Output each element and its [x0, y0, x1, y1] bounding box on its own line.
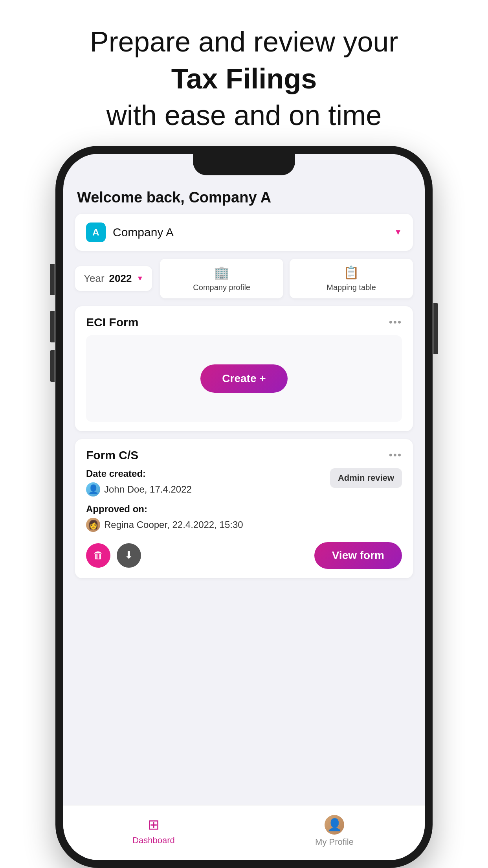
approved-left: Approved on: 👩 Regina Cooper, 22.4.2022,…: [86, 504, 402, 532]
create-button[interactable]: Create +: [200, 364, 287, 393]
nav-dashboard[interactable]: ⊞ Dashboard: [63, 817, 244, 846]
phone-frame: Welcome back, Company A A Company A ▼ Ye…: [55, 146, 433, 868]
action-buttons: 🏢 Company profile 📋 Mapping table: [160, 259, 413, 298]
company-profile-icon: 🏢: [214, 265, 229, 280]
date-created-left: Date created: 👤 John Doe, 17.4.2022: [86, 468, 330, 497]
year-actions-row: Year 2022 ▼ 🏢 Company profile 📋 Mapping …: [75, 259, 413, 298]
header-line1: Prepare and review your: [90, 24, 398, 61]
eci-form-header: ECI Form •••: [86, 316, 402, 329]
approved-value: Regina Cooper, 22.4.2022, 15:30: [104, 519, 243, 530]
company-selector[interactable]: A Company A ▼: [75, 214, 413, 251]
header-line3: with ease and on time: [90, 97, 398, 134]
form-cs-body: Date created: 👤 John Doe, 17.4.2022 Admi…: [86, 468, 402, 569]
header-line1-text: Prepare and review your: [90, 26, 398, 57]
approved-label: Approved on:: [86, 504, 402, 515]
company-profile-label: Company profile: [193, 283, 250, 292]
delete-icon: 🗑: [93, 549, 103, 561]
eci-empty-area: Create +: [86, 335, 402, 422]
eci-form-more-button[interactable]: •••: [389, 316, 402, 328]
john-doe-avatar: 👤: [86, 482, 100, 497]
company-dropdown-arrow-icon[interactable]: ▼: [394, 228, 402, 237]
regina-cooper-icon: 👩: [88, 520, 99, 530]
screen-content: Welcome back, Company A A Company A ▼ Ye…: [63, 154, 425, 805]
date-created-value-row: 👤 John Doe, 17.4.2022: [86, 482, 330, 497]
form-cs-more-button[interactable]: •••: [389, 449, 402, 461]
form-cs-card: Form C/S ••• Date created: 👤 John Doe,: [75, 439, 413, 578]
header-line3-text: with ease and on time: [106, 99, 382, 131]
company-profile-button[interactable]: 🏢 Company profile: [160, 259, 283, 298]
year-label: Year: [84, 272, 105, 285]
nav-my-profile[interactable]: 👤 My Profile: [244, 815, 425, 847]
eci-form-title: ECI Form: [86, 316, 138, 329]
date-created-label: Date created:: [86, 468, 330, 479]
phone-notch: [193, 154, 295, 175]
my-profile-avatar-icon: 👤: [327, 818, 342, 831]
form-actions: 🗑 ⬇ View form: [86, 542, 402, 569]
regina-cooper-avatar: 👩: [86, 518, 100, 532]
header-section: Prepare and review your Tax Filings with…: [74, 0, 414, 146]
view-form-button[interactable]: View form: [314, 542, 402, 569]
download-icon: ⬇: [125, 549, 133, 561]
delete-button[interactable]: 🗑: [86, 543, 110, 568]
company-name: Company A: [113, 226, 174, 239]
eci-form-card: ECI Form ••• Create +: [75, 306, 413, 431]
company-avatar: A: [86, 223, 106, 242]
header-line2-text: Tax Filings: [171, 63, 317, 94]
header-line2: Tax Filings: [90, 61, 398, 97]
date-created-value: John Doe, 17.4.2022: [104, 484, 192, 495]
dashboard-label: Dashboard: [132, 835, 175, 846]
dashboard-icon: ⊞: [148, 817, 160, 833]
bottom-nav: ⊞ Dashboard 👤 My Profile: [63, 805, 425, 860]
company-left: A Company A: [86, 223, 174, 242]
john-doe-icon: 👤: [88, 484, 99, 495]
form-cs-title: Form C/S: [86, 449, 138, 462]
mapping-table-icon: 📋: [343, 265, 359, 280]
phone-screen: Welcome back, Company A A Company A ▼ Ye…: [63, 154, 425, 860]
mapping-table-label: Mapping table: [327, 283, 376, 292]
approved-value-row: 👩 Regina Cooper, 22.4.2022, 15:30: [86, 518, 402, 532]
approved-row: Approved on: 👩 Regina Cooper, 22.4.2022,…: [86, 504, 402, 532]
welcome-title: Welcome back, Company A: [75, 189, 413, 206]
my-profile-avatar: 👤: [325, 815, 344, 835]
form-cs-header: Form C/S •••: [86, 449, 402, 462]
year-dropdown-arrow-icon[interactable]: ▼: [136, 274, 143, 283]
year-selector[interactable]: Year 2022 ▼: [75, 266, 152, 291]
my-profile-label: My Profile: [315, 837, 354, 847]
admin-review-badge: Admin review: [330, 468, 402, 488]
mapping-table-button[interactable]: 📋 Mapping table: [290, 259, 413, 298]
date-created-row: Date created: 👤 John Doe, 17.4.2022 Admi…: [86, 468, 402, 497]
download-button[interactable]: ⬇: [117, 543, 141, 568]
year-value: 2022: [109, 272, 132, 285]
form-icon-buttons: 🗑 ⬇: [86, 543, 141, 568]
